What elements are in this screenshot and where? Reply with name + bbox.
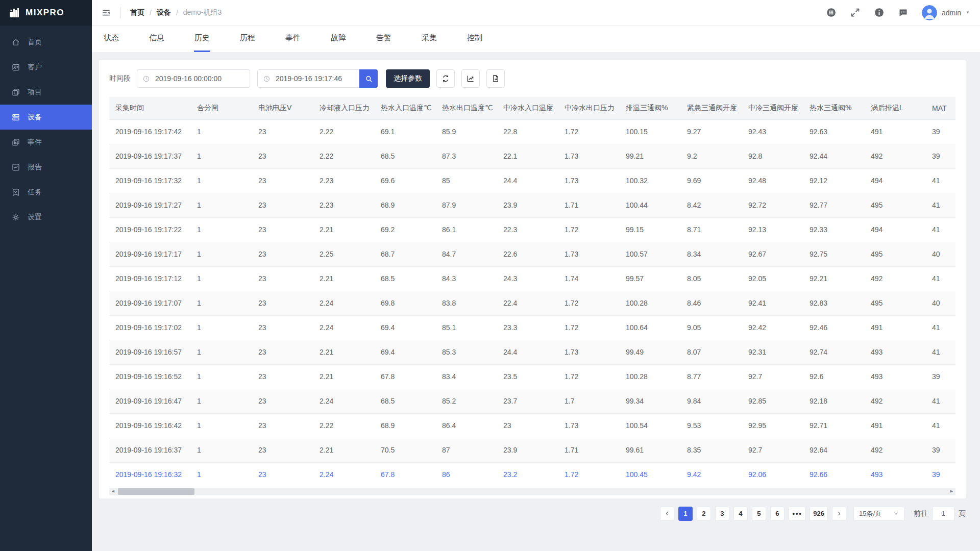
table-cell: 69.8 [375, 291, 436, 315]
table-row[interactable]: 2019-09-16 19:17:371232.2268.587.322.11.… [109, 144, 955, 168]
table-cell: 92.71 [803, 413, 865, 438]
table-cell: 23 [252, 364, 313, 389]
sidebar-collapse-button[interactable] [99, 6, 113, 20]
sidebar-item-label: 首页 [28, 38, 42, 47]
refresh-button[interactable] [436, 69, 455, 88]
user-menu[interactable]: admin ▼ [922, 5, 970, 20]
scrollbar-thumb[interactable] [118, 488, 194, 495]
page-button-4[interactable]: 4 [733, 507, 748, 521]
page-button-2[interactable]: 2 [697, 507, 711, 521]
export-document-icon [491, 74, 500, 83]
table-cell: 92.83 [803, 291, 865, 315]
search-button[interactable] [359, 69, 378, 88]
select-params-button[interactable]: 选择参数 [386, 69, 430, 88]
tab-故障[interactable]: 故障 [330, 26, 347, 52]
table-cell: 100.28 [620, 364, 681, 389]
event-icon [11, 138, 20, 147]
export-button[interactable] [486, 69, 505, 88]
customer-icon [11, 63, 20, 72]
table-cell: 2019-09-16 19:16:47 [109, 389, 191, 413]
sidebar-item-customer[interactable]: 客户 [0, 55, 92, 80]
table-cell: 92.18 [803, 389, 865, 413]
table-row[interactable]: 2019-09-16 19:16:571232.2169.485.324.41.… [109, 340, 955, 364]
table-cell: 492 [865, 438, 926, 462]
tab-历史[interactable]: 历史 [194, 26, 210, 52]
prev-page-button[interactable]: ‹ [660, 507, 674, 521]
tab-事件[interactable]: 事件 [285, 26, 301, 52]
table-row[interactable]: 2019-09-16 19:16:471232.2468.585.223.71.… [109, 389, 955, 413]
end-time-input[interactable] [257, 69, 359, 88]
table-cell: 92.7 [742, 364, 803, 389]
table-cell: 8.34 [681, 242, 742, 266]
brand-logo: MIXPRO [0, 0, 92, 26]
table-row[interactable]: 2019-09-16 19:16:521232.2167.883.423.51.… [109, 364, 955, 389]
table-cell: 22.1 [497, 144, 558, 168]
table-cell: 39 [926, 364, 955, 389]
table-cell: 2019-09-16 19:16:52 [109, 364, 191, 389]
breadcrumb-item[interactable]: 首页 [130, 8, 144, 17]
next-page-button[interactable]: › [832, 507, 846, 521]
table-row[interactable]: 2019-09-16 19:17:171232.2568.784.722.61.… [109, 242, 955, 266]
sidebar-item-label: 设备 [28, 113, 42, 122]
page-button-6[interactable]: 6 [770, 507, 785, 521]
avatar [922, 5, 937, 20]
chart-view-button[interactable] [461, 69, 480, 88]
message-icon[interactable] [898, 7, 909, 18]
table-cell: 494 [865, 217, 926, 242]
end-time-value[interactable] [275, 74, 354, 83]
fullscreen-icon[interactable] [850, 7, 861, 18]
scroll-right-icon[interactable]: ▶ [948, 488, 955, 495]
sidebar-item-event[interactable]: 事件 [0, 130, 92, 155]
table-row[interactable]: 2019-09-16 19:17:121232.2168.584.324.31.… [109, 266, 955, 291]
page-button-5[interactable]: 5 [752, 507, 766, 521]
tab-控制[interactable]: 控制 [467, 26, 483, 52]
page-button-1[interactable]: 1 [678, 507, 693, 521]
tab-信息[interactable]: 信息 [149, 26, 165, 52]
tab-状态[interactable]: 状态 [103, 26, 119, 52]
tab-采集[interactable]: 采集 [421, 26, 437, 52]
table-cell: 9.53 [681, 413, 742, 438]
sidebar-item-settings[interactable]: 设置 [0, 205, 92, 230]
table-cell: 1.73 [558, 340, 620, 364]
table-row[interactable]: 2019-09-16 19:17:421232.2269.185.922.81.… [109, 119, 955, 144]
table-cell: 2019-09-16 19:16:37 [109, 438, 191, 462]
sidebar-item-report[interactable]: 报告 [0, 155, 92, 180]
apps-icon[interactable] [826, 7, 837, 18]
table-row[interactable]: 2019-09-16 19:17:021232.2469.485.123.31.… [109, 315, 955, 340]
start-time-value[interactable] [154, 74, 244, 83]
table-cell: 491 [865, 413, 926, 438]
table-cell: 84.7 [436, 242, 497, 266]
sidebar-item-home[interactable]: 首页 [0, 30, 92, 55]
page-jumper: 前往 页 [914, 507, 966, 521]
info-icon[interactable] [874, 7, 885, 18]
table-cell: 100.32 [620, 168, 681, 193]
table-row[interactable]: 2019-09-16 19:16:421232.2268.986.4231.73… [109, 413, 955, 438]
table-cell: 92.05 [742, 266, 803, 291]
sidebar-item-task[interactable]: 任务 [0, 180, 92, 205]
table-cell: 8.42 [681, 193, 742, 217]
tab-历程[interactable]: 历程 [239, 26, 256, 52]
table-cell: 2019-09-16 19:17:42 [109, 119, 191, 144]
goto-page-input[interactable] [932, 507, 954, 521]
page-button-926[interactable]: 926 [810, 507, 828, 521]
table-row[interactable]: 2019-09-16 19:17:321232.2369.68524.41.73… [109, 168, 955, 193]
start-time-input[interactable] [137, 69, 250, 88]
table-cell: 2.24 [313, 389, 375, 413]
more-pages-icon[interactable]: ●●● [789, 507, 805, 521]
table-row[interactable]: 2019-09-16 19:16:321232.2467.88623.21.72… [109, 462, 955, 487]
sidebar-item-device[interactable]: 设备 [0, 105, 92, 130]
sidebar-item-project[interactable]: 项目 [0, 80, 92, 105]
page-size-select[interactable]: 15条/页 [853, 507, 904, 521]
table-row[interactable]: 2019-09-16 19:17:221232.2169.286.122.31.… [109, 217, 955, 242]
breadcrumb-item[interactable]: 设备 [157, 8, 171, 17]
tab-告警[interactable]: 告警 [376, 26, 392, 52]
table-row[interactable]: 2019-09-16 19:17:271232.2368.987.923.91.… [109, 193, 955, 217]
page-button-3[interactable]: 3 [715, 507, 729, 521]
table-row[interactable]: 2019-09-16 19:16:371232.2170.58723.91.71… [109, 438, 955, 462]
table-cell: 2.21 [313, 340, 375, 364]
table-cell: 87 [436, 438, 497, 462]
table-row[interactable]: 2019-09-16 19:17:071232.2469.883.822.41.… [109, 291, 955, 315]
scroll-left-icon[interactable]: ◀ [109, 488, 117, 495]
horizontal-scrollbar[interactable]: ◀ ▶ [109, 488, 955, 495]
table-cell: 92.72 [742, 193, 803, 217]
